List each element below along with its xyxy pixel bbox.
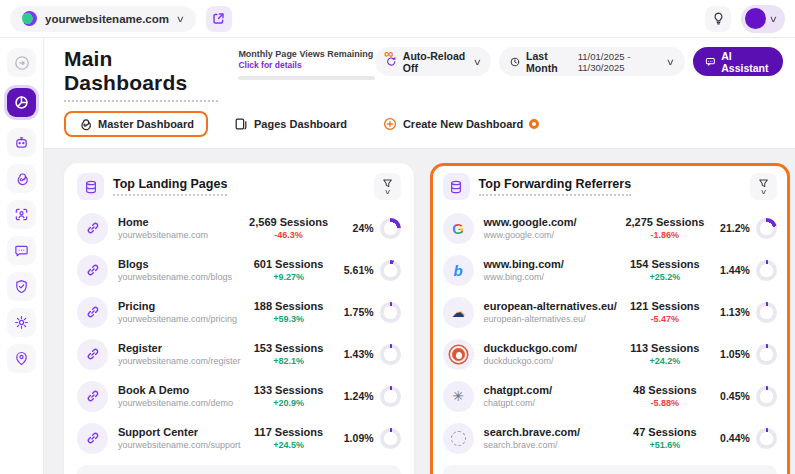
row-change: +20.9% [241, 398, 337, 408]
ai-assistant-button[interactable]: AI Assistant [693, 47, 783, 76]
row-share-gauge [756, 344, 777, 365]
row-share-percent: 0.44% [720, 432, 750, 444]
new-badge-icon [529, 119, 539, 129]
row-share-percent: 21.2% [720, 222, 750, 234]
row-sessions: 113 Sessions [617, 342, 713, 354]
table-row[interactable]: Pricing yourwebsitename.com/pricing 188 … [77, 291, 401, 333]
sidebar-item-audience[interactable] [7, 200, 36, 229]
sidebar-item-chat[interactable] [7, 236, 36, 265]
lightbulb-icon [712, 12, 725, 25]
row-title: Support Center [118, 426, 241, 438]
site-selector[interactable]: yourwebsitename.com ∨ [10, 6, 196, 32]
tab-create-new-dashboard[interactable]: Create New Dashboard [373, 111, 549, 137]
row-sessions: 133 Sessions [241, 384, 337, 396]
row-url: european-alternatives.eu/ [484, 314, 617, 324]
avatar [745, 8, 766, 29]
row-share-gauge [756, 302, 777, 323]
table-row[interactable]: Support Center yourwebsitename.com/suppo… [77, 417, 401, 459]
dashboard-tabs: Master Dashboard Pages Dashboard Create … [64, 111, 783, 137]
sidebar-collapse-button[interactable] [7, 48, 36, 77]
table-row[interactable]: b www.bing.com/ www.bing.com/ 154 Sessio… [443, 249, 777, 291]
sidebar-item-bot[interactable] [7, 128, 36, 157]
duckduckgo-icon [443, 339, 474, 370]
table-row[interactable]: search.brave.com/ search.brave.com/ 47 S… [443, 417, 777, 459]
topbar: yourwebsitename.com ∨ ∨ [0, 0, 795, 38]
share-button[interactable] [206, 6, 232, 32]
tab-pages-dashboard[interactable]: Pages Dashboard [224, 111, 357, 137]
sidebar-item-settings[interactable] [7, 308, 36, 337]
row-share-gauge [756, 386, 777, 407]
pageviews-quota: Monthly Page Views Remaining Click for d… [238, 47, 375, 80]
page-title: Main Dashboards [64, 47, 218, 102]
table-row[interactable]: Book A Demo yourwebsitename.com/demo 133… [77, 375, 401, 417]
view-all-landing-pages-button[interactable]: View All Landing Pages [77, 465, 401, 474]
chevron-down-icon: ∨ [176, 14, 185, 24]
collapse-arrow-icon [14, 55, 30, 71]
european-alternatives-icon: ☁ [443, 297, 474, 328]
row-sessions: 153 Sessions [241, 342, 337, 354]
table-row[interactable]: Blogs yourwebsitename.com/blogs 601 Sess… [77, 249, 401, 291]
row-sessions: 2,275 Sessions [617, 216, 713, 228]
filter-button[interactable]: ∨ [374, 173, 401, 200]
row-url: duckduckgo.com/ [484, 356, 578, 366]
external-link-icon [212, 12, 225, 25]
row-sessions: 47 Sessions [617, 426, 713, 438]
link-icon [77, 381, 108, 412]
location-user-icon [14, 351, 29, 366]
card-title: Top Forwarding Referrers [479, 177, 632, 196]
sidebar-item-security[interactable] [7, 272, 36, 301]
row-title: Home [118, 216, 208, 228]
shield-check-icon [14, 279, 29, 294]
row-share-percent: 24% [353, 222, 374, 234]
row-sessions: 48 Sessions [617, 384, 713, 396]
row-title: european-alternatives.eu/ [484, 300, 617, 312]
table-row[interactable]: Home yourwebsitename.com 2,569 Sessions … [77, 207, 401, 249]
lightbulb-button[interactable] [705, 6, 731, 32]
table-row[interactable]: ✳ chatgpt.com/ chatgpt.com/ 48 Sessions … [443, 375, 777, 417]
top-forwarding-referrers-card: Top Forwarding Referrers ∨ G www.google.… [430, 163, 790, 474]
auto-reload-label: Auto-Reload Off [403, 50, 468, 74]
table-row[interactable]: duckduckgo.com/ duckduckgo.com/ 113 Sess… [443, 333, 777, 375]
row-url: yourwebsitename.com/demo [118, 398, 233, 408]
row-share-gauge [380, 428, 401, 449]
row-sessions: 117 Sessions [241, 426, 337, 438]
date-preset-label: Last Month [526, 50, 572, 74]
quota-details-link[interactable]: Click for details [238, 60, 375, 70]
row-share-percent: 1.05% [720, 348, 750, 360]
sidebar-item-location[interactable] [7, 344, 36, 373]
row-change: +24.5% [241, 440, 337, 450]
sidebar-item-dashboards[interactable] [7, 88, 36, 117]
row-title: www.google.com/ [484, 216, 577, 228]
row-share-percent: 1.75% [344, 306, 374, 318]
row-title: www.bing.com/ [484, 258, 564, 270]
filter-button[interactable]: ∨ [750, 173, 777, 200]
row-share-percent: 1.24% [344, 390, 374, 402]
row-change: -1.86% [617, 230, 713, 240]
row-change: -46.3% [241, 230, 337, 240]
row-sessions: 2,569 Sessions [241, 216, 337, 228]
page-header: Main Dashboards Monthly Page Views Remai… [44, 38, 795, 149]
row-share-percent: 1.09% [344, 432, 374, 444]
tab-label: Create New Dashboard [403, 118, 523, 130]
chevron-down-icon: ∨ [383, 188, 390, 196]
tab-master-dashboard[interactable]: Master Dashboard [64, 111, 208, 137]
pages-icon [234, 117, 248, 131]
user-menu[interactable]: ∨ [741, 5, 785, 33]
ai-assistant-label: AI Assistant [721, 50, 771, 74]
tab-label: Pages Dashboard [254, 118, 347, 130]
link-icon [77, 255, 108, 286]
card-title: Top Landing Pages [113, 177, 227, 196]
date-range-picker[interactable]: Last Month 11/01/2025 - 11/30/2025 ∨ [499, 47, 684, 76]
chevron-down-icon: ∨ [769, 14, 778, 24]
table-row[interactable]: ☁ european-alternatives.eu/ european-alt… [443, 291, 777, 333]
view-all-referrers-button[interactable]: View All Referrers [443, 465, 777, 474]
row-share-gauge [380, 302, 401, 323]
row-change: +59.3% [241, 314, 337, 324]
table-row[interactable]: G www.google.com/ www.google.com/ 2,275 … [443, 207, 777, 249]
row-url: www.google.com/ [484, 230, 577, 240]
row-share-percent: 1.13% [720, 306, 750, 318]
sidebar-item-master[interactable] [7, 164, 36, 193]
row-url: www.bing.com/ [484, 272, 564, 282]
chevron-down-icon: ∨ [472, 57, 481, 67]
table-row[interactable]: Register yourwebsitename.com/register 15… [77, 333, 401, 375]
